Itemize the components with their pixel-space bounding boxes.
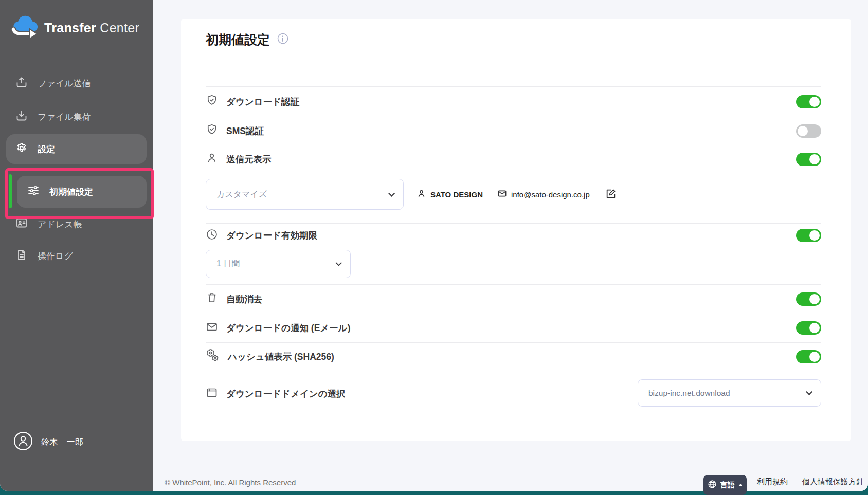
sliders-icon	[27, 185, 40, 199]
setting-row-sms-auth: SMS認証	[206, 117, 821, 145]
toggle-auto-delete[interactable]	[796, 292, 821, 306]
gear-icon	[15, 142, 28, 157]
download-icon	[15, 109, 28, 124]
sidebar-item-address-book[interactable]: アドレス帳	[0, 208, 153, 241]
trash-icon	[206, 291, 218, 306]
language-label: 言語	[720, 481, 735, 490]
edit-pencil-icon	[605, 188, 617, 201]
toggle-download-notify[interactable]	[796, 321, 821, 335]
sidebar-item-label: 初期値設定	[49, 186, 93, 198]
toggle-download-auth[interactable]	[796, 95, 821, 108]
setting-label: ダウンロードの通知 (Eメール)	[226, 322, 350, 334]
toggle-sms-auth[interactable]	[796, 124, 821, 138]
setting-label-wrap: ダウンロードの通知 (Eメール)	[206, 321, 350, 336]
sender-info: SATO DESIGN info@sato-design.co.jp	[417, 179, 617, 210]
setting-label: ダウンロードドメインの選択	[226, 388, 346, 400]
chevron-down-icon	[388, 190, 395, 197]
chevron-down-icon	[335, 260, 342, 266]
copyright-text: © WhitePoint, Inc. All Rights Reserved	[165, 478, 296, 487]
setting-label: ハッシュ値表示 (SHA256)	[228, 351, 334, 363]
sidebar-item-label: 操作ログ	[38, 250, 73, 262]
app-window: Transfer Center ファイル送信 ファイル集荷	[0, 0, 868, 491]
toggle-sender-display[interactable]	[796, 153, 821, 166]
toggle-knob	[809, 352, 820, 362]
domain-select[interactable]: bizup-inc.net.download	[638, 379, 821, 407]
setting-label: ダウンロード認証	[226, 96, 299, 108]
setting-label: ダウンロード有効期限	[226, 229, 317, 242]
setting-label-wrap: ハッシュ値表示 (SHA256)	[206, 349, 334, 364]
setting-label: SMS認証	[226, 125, 264, 137]
page-title: 初期値設定	[206, 31, 270, 48]
setting-row-auto-delete: 自動消去	[206, 284, 821, 314]
setting-label-wrap: 送信元表示	[206, 152, 272, 167]
sidebar-item-label: ファイル集荷	[38, 111, 91, 123]
sidebar-item-label: 設定	[38, 143, 55, 155]
caret-up-icon	[738, 484, 743, 486]
sidebar-item-file-pickup[interactable]: ファイル集荷	[0, 100, 153, 133]
domain-value: bizup-inc.net.download	[648, 389, 730, 398]
toggle-hash-display[interactable]	[796, 350, 821, 363]
contact-card-icon	[15, 217, 28, 232]
brand-light: Center	[100, 21, 139, 35]
envelope-icon	[497, 189, 507, 200]
sidebar-item-default-settings[interactable]: 初期値設定	[17, 176, 147, 208]
sender-email: info@sato-design.co.jp	[511, 190, 590, 199]
footer-links: 利用規約 個人情報保護方針	[757, 477, 864, 487]
setting-label: 自動消去	[226, 293, 262, 305]
double-gear-icon	[206, 349, 220, 364]
sidebar-item-label: ファイル送信	[38, 78, 91, 89]
page-title-row: 初期値設定	[206, 31, 288, 48]
sender-name: SATO DESIGN	[430, 190, 483, 199]
brand-name: Transfer Center	[44, 21, 139, 35]
setting-label-wrap: ダウンロード認証	[206, 94, 299, 109]
setting-label-wrap: SMS認証	[206, 123, 264, 138]
upload-icon	[15, 76, 28, 91]
cloud-transfer-logo-icon	[11, 14, 39, 41]
brand-bold: Transfer	[44, 21, 96, 35]
user-profile[interactable]: 鈴木 一郎	[13, 431, 84, 453]
sidebar-item-operation-log[interactable]: 操作ログ	[0, 240, 153, 272]
expiry-select[interactable]: 1 日間	[206, 250, 351, 278]
avatar-icon	[13, 431, 33, 453]
setting-row-download-expiry: ダウンロード有効期限	[206, 223, 821, 248]
setting-row-sender-display: 送信元表示	[206, 145, 821, 173]
toggle-knob	[809, 294, 820, 304]
language-button[interactable]: 言語	[703, 475, 747, 495]
edit-sender-button[interactable]	[605, 188, 617, 201]
document-icon	[15, 249, 28, 264]
info-icon[interactable]	[277, 32, 288, 47]
sender-mode-select[interactable]: カスタマイズ	[206, 179, 404, 210]
toggle-download-expiry[interactable]	[796, 229, 821, 242]
setting-row-download-auth: ダウンロード認証	[206, 86, 821, 117]
person-icon	[206, 152, 218, 167]
setting-label-wrap: ダウンロードドメインの選択	[206, 387, 346, 401]
settings-card: 初期値設定	[181, 19, 851, 441]
sidebar: Transfer Center ファイル送信 ファイル集荷	[0, 0, 153, 491]
toggle-knob	[809, 230, 820, 241]
toggle-knob	[809, 323, 820, 333]
setting-label: 送信元表示	[226, 153, 272, 166]
shield-check-icon	[206, 123, 218, 138]
brand-logo: Transfer Center	[11, 14, 139, 41]
toggle-knob	[809, 97, 820, 107]
sender-mode-value: カスタマイズ	[216, 189, 267, 200]
setting-label-wrap: ダウンロード有効期限	[206, 228, 317, 243]
setting-row-hash-display: ハッシュ値表示 (SHA256)	[206, 342, 821, 371]
privacy-link[interactable]: 個人情報保護方針	[802, 477, 864, 487]
sidebar-item-label: アドレス帳	[38, 218, 82, 230]
toggle-knob	[809, 154, 820, 164]
sidebar-item-file-send[interactable]: ファイル送信	[0, 67, 153, 100]
envelope-icon	[206, 321, 218, 336]
terms-link[interactable]: 利用規約	[757, 477, 788, 487]
shield-check-icon	[206, 94, 218, 109]
user-name: 鈴木 一郎	[41, 437, 84, 448]
active-indicator-bar	[9, 174, 12, 208]
toggle-knob	[798, 126, 808, 136]
expiry-value: 1 日間	[216, 259, 240, 269]
person-icon	[417, 189, 426, 200]
sidebar-item-settings[interactable]: 設定	[6, 134, 147, 164]
setting-row-download-notify: ダウンロードの通知 (Eメール)	[206, 314, 821, 342]
browser-window-icon	[206, 387, 218, 401]
chevron-down-icon	[806, 389, 812, 395]
main-area: 初期値設定	[153, 0, 868, 491]
